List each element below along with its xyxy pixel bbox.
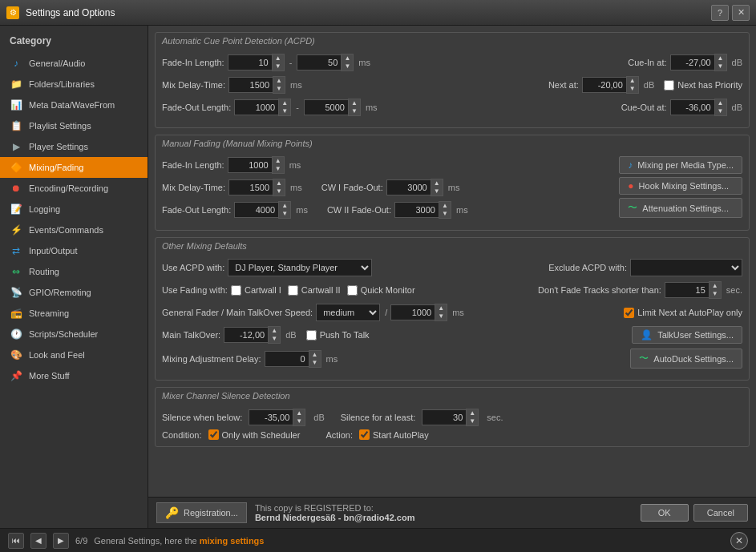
cancel-button[interactable]: Cancel <box>693 504 748 522</box>
mf-fade-out-input[interactable]: 4000 <box>234 202 278 218</box>
acpd-fade-out-up1[interactable]: ▲ <box>279 99 290 107</box>
ok-button[interactable]: OK <box>641 504 689 522</box>
acpd-cue-out-up[interactable]: ▲ <box>715 99 726 107</box>
mf-mix-delay-input[interactable]: 1500 <box>228 179 273 195</box>
acpd-next-at-btns: ▲ ▼ <box>626 76 639 94</box>
quick-monitor-checkbox[interactable] <box>347 285 358 296</box>
mixing-adj-up[interactable]: ▲ <box>309 351 321 359</box>
mf-cwii-input[interactable]: 3000 <box>394 202 439 218</box>
acpd-next-at-up[interactable]: ▲ <box>627 77 638 85</box>
acpd-fade-out-input2[interactable]: 5000 <box>304 99 348 115</box>
mixing-adj-down[interactable]: ▼ <box>309 359 321 367</box>
acpd-fade-out-up2[interactable]: ▲ <box>349 99 360 107</box>
om-row5: Mixing Adjustment Delay: 0 ▲ ▼ ms <box>162 349 742 369</box>
mf-mix-delay-up[interactable]: ▲ <box>273 179 285 187</box>
cartwall-i-checkbox[interactable] <box>231 285 241 296</box>
close-button[interactable]: ✕ <box>732 5 750 21</box>
sidebar-item-logging[interactable]: 📝 Logging <box>0 199 148 220</box>
dont-fade-input[interactable]: 15 <box>665 282 709 298</box>
sidebar-item-metadata[interactable]: 📊 Meta Data/WaveFrom <box>0 95 148 115</box>
registration-button[interactable]: 🔑 Registration... <box>156 502 247 523</box>
acpd-fade-in-input1[interactable]: 10 <box>228 54 272 71</box>
sidebar-item-gpio[interactable]: 📡 GPIO/Remoting <box>0 282 148 303</box>
mf-cwii-down[interactable]: ▼ <box>439 210 451 218</box>
nav-prev-prev-button[interactable]: ⏮ <box>8 533 24 549</box>
fader-ms-input[interactable]: 1000 <box>390 304 435 320</box>
mixing-media-type-button[interactable]: ♪ Mixing per Media Type... <box>619 156 742 174</box>
talkover-input[interactable]: -12,00 <box>224 327 268 343</box>
limit-next-checkbox[interactable] <box>624 308 634 318</box>
acpd-fade-in-input2[interactable]: 50 <box>297 54 341 71</box>
acpd-next-at-input[interactable]: -20,00 <box>582 77 626 93</box>
acpd-next-at-down[interactable]: ▼ <box>627 85 638 93</box>
condition-checkbox[interactable] <box>208 429 219 440</box>
acpd-cue-in-down[interactable]: ▼ <box>715 62 726 71</box>
acpd-fade-out-down1[interactable]: ▼ <box>279 107 290 115</box>
nav-prev-button[interactable]: ◀ <box>30 533 46 549</box>
sidebar-item-mixing[interactable]: 🔶 Mixing/Fading <box>0 157 148 178</box>
mf-cwi-input[interactable]: 3000 <box>386 179 431 195</box>
close-status-button[interactable]: ✕ <box>730 532 748 550</box>
fader-speed-select[interactable]: medium <box>316 304 380 321</box>
help-button[interactable]: ? <box>711 5 729 21</box>
acpd-cue-in-input[interactable]: -27,00 <box>670 54 714 71</box>
silence-for-down[interactable]: ▼ <box>467 417 478 425</box>
sidebar-item-look-feel[interactable]: 🎨 Look and Feel <box>0 344 148 365</box>
sidebar-item-routing[interactable]: ⇔ Routing <box>0 261 148 282</box>
silence-val-down[interactable]: ▼ <box>293 417 305 425</box>
talkuser-settings-button[interactable]: 👤 TalkUser Settings... <box>632 326 742 344</box>
acpd-fade-in-up2[interactable]: ▲ <box>342 54 353 62</box>
sidebar-item-player[interactable]: ▶ Player Settings <box>0 136 148 157</box>
dont-fade-up[interactable]: ▲ <box>710 282 721 290</box>
sidebar-item-encoding[interactable]: ⏺ Encoding/Recording <box>0 178 148 199</box>
sidebar-item-folders[interactable]: 📁 Folders/Libraries <box>0 74 148 95</box>
mf-cwi-up[interactable]: ▲ <box>431 179 443 187</box>
push-to-talk-checkbox[interactable] <box>306 330 317 340</box>
exclude-acpd-select[interactable] <box>630 259 742 276</box>
fader-ms-up[interactable]: ▲ <box>435 304 447 312</box>
use-acpd-select[interactable]: DJ Player, Standby Player <box>228 259 372 276</box>
sidebar-item-streaming[interactable]: 📻 Streaming <box>0 303 148 324</box>
mf-fade-in-down[interactable]: ▼ <box>273 165 284 173</box>
sidebar-item-general-audio[interactable]: ♪ General/Audio <box>0 53 148 74</box>
acpd-fade-out-input1[interactable]: 1000 <box>234 99 278 115</box>
attenuation-button[interactable]: 〜 Attenuation Settings... <box>619 198 742 218</box>
sidebar-item-input-output[interactable]: ⇄ Input/Output <box>0 240 148 261</box>
acpd-mix-delay-input[interactable]: 1500 <box>228 77 273 93</box>
acpd-cue-out-down[interactable]: ▼ <box>715 107 726 115</box>
acpd-mix-delay-down[interactable]: ▼ <box>273 85 285 93</box>
silence-for-up[interactable]: ▲ <box>467 409 478 417</box>
talkover-up[interactable]: ▲ <box>269 327 280 335</box>
acpd-cue-out-input[interactable]: -36,00 <box>670 99 714 115</box>
mf-fade-out-down[interactable]: ▼ <box>279 210 290 218</box>
mf-fade-in-input[interactable]: 1000 <box>228 157 272 173</box>
autoduck-settings-button[interactable]: 〜 AutoDuck Settings... <box>630 349 742 369</box>
dont-fade-down[interactable]: ▼ <box>710 290 721 298</box>
silence-val-input[interactable]: -35,00 <box>249 409 293 425</box>
silence-val-up[interactable]: ▲ <box>293 409 305 417</box>
silence-for-input[interactable]: 30 <box>422 409 466 425</box>
mf-fade-in-up[interactable]: ▲ <box>273 157 284 165</box>
mf-cwii-up[interactable]: ▲ <box>439 202 451 210</box>
mf-cwi-down[interactable]: ▼ <box>431 187 443 195</box>
sidebar-item-scripts[interactable]: 🕐 Scripts/Scheduler <box>0 324 148 344</box>
acpd-fade-in-down2[interactable]: ▼ <box>342 62 353 71</box>
next-priority-checkbox[interactable] <box>664 80 674 91</box>
nav-next-button[interactable]: ▶ <box>53 533 69 549</box>
acpd-fade-in-down1[interactable]: ▼ <box>273 62 284 71</box>
action-checkbox[interactable] <box>359 429 370 440</box>
hook-mixing-button[interactable]: ● Hook Mixing Settings... <box>619 177 742 195</box>
sidebar-item-events[interactable]: ⚡ Events/Commands <box>0 220 148 240</box>
talkover-down[interactable]: ▼ <box>269 335 280 343</box>
cartwall-ii-checkbox[interactable] <box>288 285 298 296</box>
sidebar-item-more-stuff[interactable]: 📌 More Stuff <box>0 365 148 386</box>
acpd-fade-out-down2[interactable]: ▼ <box>349 107 360 115</box>
acpd-fade-in-up1[interactable]: ▲ <box>273 54 284 62</box>
fader-ms-down[interactable]: ▼ <box>435 312 447 320</box>
mf-fade-out-up[interactable]: ▲ <box>279 202 290 210</box>
mixing-adj-input[interactable]: 0 <box>265 351 309 367</box>
acpd-mix-delay-up[interactable]: ▲ <box>273 77 285 85</box>
acpd-cue-in-up[interactable]: ▲ <box>715 54 726 62</box>
mf-mix-delay-down[interactable]: ▼ <box>273 187 285 195</box>
sidebar-item-playlist[interactable]: 📋 Playlist Settings <box>0 115 148 136</box>
